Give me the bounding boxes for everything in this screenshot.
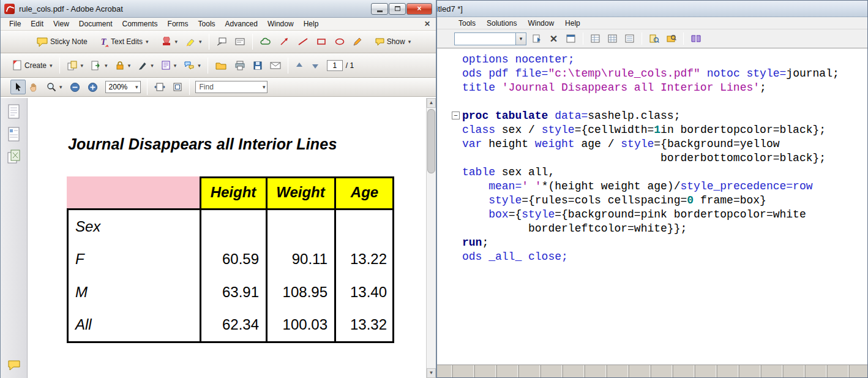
menu-comments[interactable]: Comments [118, 18, 163, 29]
save-button[interactable] [249, 58, 266, 73]
code-line[interactable]: style={rules=cols cellspacing=0 frame=bo… [462, 194, 867, 208]
help-book-icon[interactable] [689, 32, 703, 45]
acrobat-titlebar[interactable]: rule_cols.pdf - Adobe Acrobat × [1, 0, 436, 18]
arrow-tool-button[interactable] [275, 34, 294, 49]
maximize-button[interactable] [389, 3, 406, 15]
close-button[interactable]: × [406, 3, 432, 15]
cell-value: 100.03 [266, 316, 335, 333]
list-view-icon[interactable] [623, 32, 637, 45]
text-edits-button[interactable]: T‸ Text Edits [97, 34, 152, 50]
code-line[interactable]: borderbottomcolor=black}; [462, 151, 867, 165]
sas-titlebar[interactable]: titled7 *] [431, 1, 867, 17]
callout-tool-button[interactable] [212, 34, 231, 49]
textbox-tool-button[interactable] [231, 34, 249, 49]
scroll-up-icon[interactable]: ▲ [427, 98, 436, 108]
review-button[interactable] [180, 58, 204, 73]
zoom-in-button[interactable] [84, 80, 102, 95]
menu-advanced[interactable]: Advanced [220, 18, 263, 29]
printer-icon [234, 60, 245, 70]
code-line[interactable]: class sex / style={cellwidth=1in bordert… [462, 123, 867, 137]
code-line[interactable]: options nocenter; [462, 53, 867, 67]
layers-panel-button[interactable] [6, 148, 23, 166]
fit-page-button[interactable] [169, 80, 186, 94]
code-line[interactable] [462, 95, 867, 109]
cloud-tool-button[interactable] [256, 34, 275, 49]
highlight-button[interactable] [181, 34, 206, 49]
sas-code-area[interactable]: options nocenter;ods pdf file="c:\temp\r… [432, 50, 867, 364]
pages-panel-button[interactable] [6, 102, 23, 121]
previous-page-button[interactable] [291, 59, 307, 72]
show-button[interactable]: Show [371, 35, 415, 49]
email-button[interactable] [266, 59, 285, 72]
find-input[interactable] [196, 83, 255, 91]
menu-edit[interactable]: Edit [26, 18, 48, 29]
table-frame-left [67, 208, 69, 343]
comments-panel-button[interactable] [6, 356, 23, 374]
table-header-rule [67, 208, 394, 210]
new-window-icon[interactable] [564, 32, 578, 45]
secure-button[interactable] [111, 58, 135, 73]
pencil-tool-button[interactable] [349, 34, 367, 49]
select-cursor-icon [14, 82, 22, 92]
menu-tools[interactable]: Tools [193, 18, 220, 29]
code-line[interactable]: run; [462, 236, 867, 250]
menubar-close-icon[interactable]: ✕ [424, 20, 430, 28]
sas-menu-window[interactable]: Window [522, 18, 559, 29]
code-line[interactable]: borderleftcolor=white}}; [462, 222, 867, 236]
print-button[interactable] [231, 58, 249, 73]
menu-view[interactable]: View [48, 18, 74, 29]
clear-icon[interactable]: ✕ [547, 32, 561, 45]
code-line[interactable]: ods _all_ close; [462, 250, 867, 264]
code-line[interactable]: table sex all, [462, 165, 867, 180]
hand-tool-button[interactable] [26, 80, 43, 94]
sticky-note-button[interactable]: Sticky Note [32, 34, 91, 50]
line-tool-button[interactable] [294, 34, 312, 49]
menu-window[interactable]: Window [263, 18, 299, 29]
next-page-button[interactable] [307, 59, 323, 72]
grid-view-icon[interactable] [605, 32, 619, 45]
oval-tool-button[interactable] [331, 34, 349, 49]
find-dropdown-icon[interactable]: ▾ [263, 84, 266, 90]
rectangle-tool-button[interactable] [312, 34, 331, 49]
menu-forms[interactable]: Forms [163, 18, 193, 29]
sas-menu-help[interactable]: Help [559, 18, 586, 29]
open-button[interactable] [211, 58, 231, 73]
results-icon[interactable] [647, 32, 661, 45]
forms-button[interactable] [157, 58, 181, 73]
document-page[interactable]: Journal Disappears all Interior Lines He… [28, 98, 426, 378]
fold-collapse-icon[interactable]: − [452, 112, 460, 119]
export-button[interactable] [87, 58, 111, 74]
zoom-marquee-button[interactable] [43, 80, 66, 94]
select-tool-button[interactable] [10, 80, 26, 94]
menu-document[interactable]: Document [74, 18, 118, 29]
document-title: Journal Disappears all Interior Lines [68, 135, 337, 153]
bookmarks-panel-button[interactable] [6, 125, 23, 143]
code-line[interactable]: mean=' '*(height weight age)/style_prece… [462, 180, 867, 194]
page-number-input[interactable] [327, 60, 343, 71]
stamp-button[interactable] [157, 34, 182, 49]
command-combobox[interactable] [454, 32, 526, 45]
sas-menu-solutions[interactable]: Solutions [481, 18, 522, 29]
sign-button[interactable] [134, 58, 157, 73]
minimize-button[interactable] [371, 3, 388, 15]
down-arrow-icon [311, 61, 320, 70]
fit-width-button[interactable] [151, 80, 169, 94]
code-line[interactable]: var height weight age / style={backgroun… [462, 137, 867, 151]
menu-help[interactable]: Help [299, 18, 324, 29]
code-line[interactable]: −proc tabulate data=sashelp.class; [462, 109, 867, 123]
explorer-icon[interactable] [664, 32, 678, 45]
zoom-level-combobox[interactable]: 200% [105, 81, 141, 93]
scrollbar-thumb[interactable] [427, 109, 435, 173]
rectangle-icon [316, 37, 327, 47]
sas-menu-tools[interactable]: Tools [453, 18, 481, 29]
submit-icon[interactable] [529, 32, 544, 45]
code-line[interactable]: ods pdf file="c:\temp\rule_cols.pdf" not… [462, 67, 867, 81]
code-line[interactable]: title 'Journal Disappears all Interior L… [462, 81, 867, 95]
combine-files-button[interactable] [63, 58, 88, 74]
scroll-down-icon[interactable]: ▼ [427, 368, 436, 378]
menu-file[interactable]: File [4, 18, 26, 29]
create-button[interactable]: Create [8, 57, 56, 74]
zoom-out-button[interactable] [66, 80, 84, 95]
code-line[interactable]: box={style={background=pink bordertopcol… [462, 208, 867, 222]
table-view-icon[interactable] [588, 32, 602, 45]
